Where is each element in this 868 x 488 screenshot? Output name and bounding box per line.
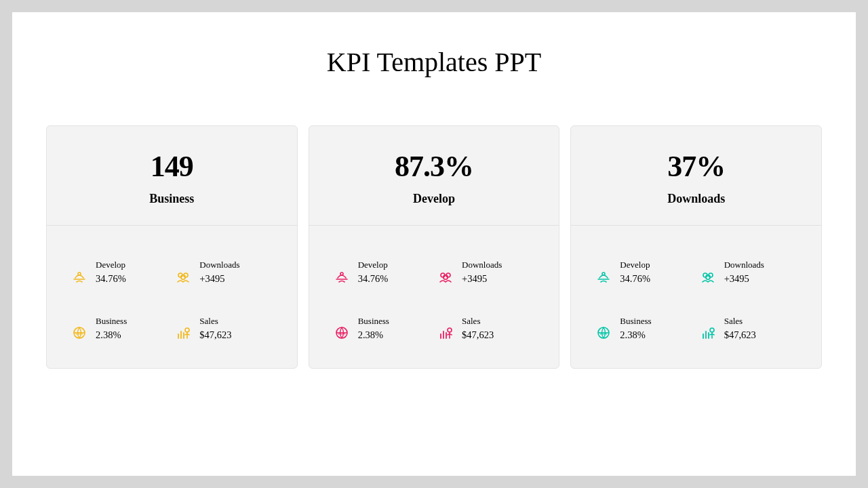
metric-label: Sales	[724, 316, 756, 327]
kpi-card-develop: 87.3% Develop Develop 34.76% Downloads +…	[309, 125, 560, 369]
metric-label: Business	[96, 316, 127, 327]
sales-icon	[175, 325, 191, 341]
metric-value: $47,623	[462, 329, 494, 341]
sales-icon	[437, 325, 454, 341]
metric-business: Business 2.38%	[71, 316, 168, 341]
kpi-card-business: 149 Business Develop 34.76% Downloads +3…	[46, 125, 298, 369]
metric-label: Develop	[620, 260, 650, 270]
metric-label: Develop	[96, 260, 126, 270]
card-value: 87.3%	[330, 149, 539, 184]
metric-business: Business 2.38%	[595, 316, 692, 341]
metric-label: Business	[620, 316, 651, 327]
metric-label: Downloads	[199, 260, 239, 270]
metric-value: $47,623	[724, 329, 756, 341]
card-head: 149 Business	[47, 126, 297, 226]
metric-sales: Sales $47,623	[175, 316, 272, 341]
metric-label: Develop	[358, 260, 389, 270]
sales-icon	[700, 325, 716, 341]
metric-value: +3495	[724, 273, 764, 285]
metric-value: 34.76%	[358, 273, 389, 285]
card-label: Downloads	[591, 192, 801, 206]
business-icon	[595, 325, 612, 341]
metric-value: +3495	[462, 273, 502, 285]
downloads-icon	[437, 268, 454, 285]
metric-value: 34.76%	[620, 273, 650, 285]
metric-develop: Develop 34.76%	[334, 260, 431, 285]
metric-label: Sales	[199, 316, 231, 327]
develop-icon	[334, 268, 350, 285]
page-frame: KPI Templates PPT 149 Business Develop 3…	[12, 12, 856, 476]
metric-label: Business	[358, 316, 389, 327]
metric-sales: Sales $47,623	[700, 316, 797, 341]
develop-icon	[71, 268, 87, 285]
card-body: Develop 34.76% Downloads +3495 Business	[309, 226, 559, 368]
metric-value: 2.38%	[358, 329, 389, 341]
card-value: 37%	[591, 149, 801, 184]
metric-value: +3495	[199, 273, 239, 285]
metric-downloads: Downloads +3495	[700, 260, 797, 285]
card-label: Business	[67, 192, 277, 206]
develop-icon	[595, 268, 612, 285]
metric-label: Sales	[462, 316, 494, 327]
downloads-icon	[175, 268, 191, 285]
metric-value: $47,623	[199, 329, 231, 341]
card-head: 87.3% Develop	[309, 126, 559, 226]
metric-value: 2.38%	[620, 329, 651, 341]
metric-value: 34.76%	[96, 273, 126, 285]
metric-develop: Develop 34.76%	[595, 260, 692, 285]
metric-label: Downloads	[724, 260, 764, 270]
metric-value: 2.38%	[96, 329, 127, 341]
downloads-icon	[700, 268, 716, 285]
cards-row: 149 Business Develop 34.76% Downloads +3…	[46, 125, 822, 369]
card-value: 149	[67, 149, 277, 184]
card-body: Develop 34.76% Downloads +3495 Business	[571, 226, 821, 368]
page-title: KPI Templates PPT	[46, 46, 822, 78]
metric-label: Downloads	[462, 260, 502, 270]
card-label: Develop	[330, 192, 539, 206]
card-head: 37% Downloads	[571, 126, 821, 226]
business-icon	[334, 325, 350, 341]
metric-sales: Sales $47,623	[437, 316, 534, 341]
kpi-card-downloads: 37% Downloads Develop 34.76% Downloads +…	[570, 125, 822, 369]
metric-develop: Develop 34.76%	[71, 260, 168, 285]
card-body: Develop 34.76% Downloads +3495 Business	[47, 226, 297, 368]
metric-downloads: Downloads +3495	[437, 260, 534, 285]
business-icon	[71, 325, 87, 341]
metric-business: Business 2.38%	[334, 316, 431, 341]
metric-downloads: Downloads +3495	[175, 260, 272, 285]
